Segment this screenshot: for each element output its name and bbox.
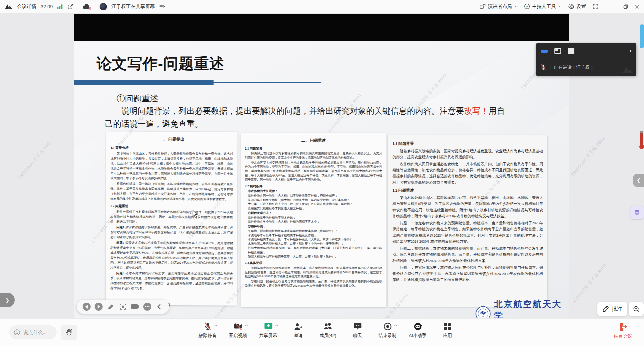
quick-chat-input[interactable]: 说点什么... bbox=[9, 325, 57, 339]
toolbar-button-share-screen[interactable]: 共享屏幕 bbox=[259, 321, 277, 339]
chevron-up-icon[interactable] bbox=[245, 324, 248, 327]
doc-block: 问题二：根据经验，农作物未来的预期销售量、亩产量、种植成本与销售价格均会发生波动… bbox=[392, 245, 543, 264]
doc-block: 智慧大棚每年都可种植两季蔬菜（大白菜、白萝卜和红萝卜除外）。 bbox=[245, 255, 382, 259]
document-page-3: 1.1 问题背景随着乡村振兴战略的实施，国家对提高乡村经济越发重视。农业经济作为… bbox=[388, 135, 547, 307]
leave-meeting-icon bbox=[618, 322, 628, 332]
document-page-2: 二、 问题重述2.1 问题背景解决好三农问题不仅对乡村经济的可持续发展具有重要的… bbox=[241, 133, 386, 307]
toolbar-button-label: AI小助手 bbox=[409, 333, 426, 339]
chevron-up-icon[interactable] bbox=[214, 324, 218, 327]
scrollbar-thumb[interactable] bbox=[640, 24, 644, 48]
doc-block: ①根据假定的农作物预期销售、种植成本、亩产量和销售价格，如果某种作物每季的总产量… bbox=[245, 266, 382, 279]
collapse-toolbar-icon[interactable] bbox=[155, 302, 164, 311]
toolbar-button-label: 结束录制 bbox=[378, 333, 396, 339]
university-logo: 北京航空航天大学 B E I H A N G U N I V E R S I T… bbox=[475, 298, 569, 318]
meeting-details-button[interactable]: 会议详情 bbox=[17, 3, 36, 10]
mic-muted-icon bbox=[540, 64, 547, 71]
right-edge-expand-tab[interactable]: ❮ bbox=[633, 174, 644, 187]
mic-muted-icon bbox=[203, 321, 212, 331]
toolbar-button-apps[interactable]: 应用 bbox=[439, 321, 456, 339]
main-toolbar: 解除静音开启视频共享屏幕邀请成员(42)聊天结束录制AI小助手应用 bbox=[199, 321, 456, 339]
toolbar-button-chat[interactable]: 聊天 bbox=[349, 321, 366, 339]
pen-tool-icon[interactable] bbox=[107, 302, 115, 311]
slide-letterbox bbox=[74, 14, 569, 41]
list-view-icon[interactable] bbox=[567, 48, 575, 54]
doc-block: 平旱地、梯田和山坡地每年适宜单季种植粮食类作物（水稻除外）； bbox=[245, 229, 382, 233]
watermark-text: 23091026 车子温 9061 bbox=[570, 135, 606, 177]
toolbar-button-label: 共享屏幕 bbox=[259, 333, 277, 339]
doc-block: 从2023年开始每个地块（含大棚）的所有土地三年内至少种植一次豆类作物； bbox=[245, 198, 382, 202]
document-page-1: 一、 问题提出1.1 背景分析某乡村位于华北山区，气候条件较好，大部分耕地仅适合… bbox=[106, 131, 238, 305]
network-signal-icon[interactable] bbox=[57, 4, 63, 9]
doc-block: 大白菜、白萝卜和红萝卜中的一种（便于管理）且只能在水浇地的第二季种植； bbox=[245, 202, 382, 206]
doc-block: 附件一提供了乡村现有耕地及可种植农作物的详细信息，附件二则提供了2023年该地农… bbox=[110, 209, 233, 225]
settings-button[interactable]: 设置 bbox=[568, 3, 586, 10]
meeting-timer: 32:09 bbox=[41, 4, 53, 9]
annotate-label: 批注 bbox=[612, 306, 622, 313]
sharer-avatar[interactable] bbox=[100, 3, 107, 10]
toolbar-button-ai-assistant[interactable]: AI小助手 bbox=[409, 321, 426, 339]
slide-section-heading: ①问题重述 bbox=[117, 93, 158, 104]
bottom-control-bar: 说点什么... 解除静音开启视频共享屏幕邀请成员(42)聊天结束录制AI小助手应… bbox=[0, 318, 644, 346]
toolbar-button-members[interactable]: 成员(42) bbox=[319, 321, 336, 339]
doc-block: 普通大棚每年种植两季作物，第一季可种植多种蔬菜（大白菜、白萝卜和红萝卜除外），第… bbox=[245, 246, 382, 255]
chevron-up-icon[interactable] bbox=[275, 324, 279, 327]
toolbar-button-invite[interactable]: 邀请 bbox=[290, 321, 307, 339]
cloud-record-icon[interactable] bbox=[83, 4, 91, 9]
toolbar-button-label: 成员(42) bbox=[319, 333, 336, 339]
toolbar-button-camera-off[interactable]: 开启视频 bbox=[229, 321, 247, 339]
doc-block: 水浇地种植两季蔬菜，第一季可种植多种蔬菜（大白菜、白萝卜和红萝卜除外）； bbox=[245, 237, 382, 242]
divider bbox=[95, 4, 95, 9]
doc-block: 二、 问题重述 bbox=[245, 138, 382, 144]
speaker-panel-controls bbox=[536, 43, 636, 59]
invite-icon bbox=[294, 321, 303, 331]
minimize-button[interactable] bbox=[612, 4, 617, 9]
doc-block: 每种作物在同一地块（含大棚）都不能连续重茬种植，否则会减产； bbox=[245, 194, 382, 198]
doc-block: ②在问题一的基础上综合考虑农作物预期销售量、亩产量、种植成本以及销售价格的的不确… bbox=[245, 279, 382, 288]
camera-capture-icon[interactable] bbox=[131, 302, 139, 311]
raise-hand-button[interactable] bbox=[61, 325, 77, 340]
doc-block: 华北山区某乡村受环境限制，当地农民采取单季种植的模式从事农业生产活动。现有耕地1… bbox=[245, 161, 382, 182]
app-logo-icon[interactable] bbox=[5, 4, 13, 10]
chat-icon bbox=[353, 321, 362, 331]
host-tools-button[interactable]: 主持人工具▼ bbox=[524, 3, 561, 10]
fullscreen-icon[interactable] bbox=[593, 4, 598, 9]
prev-slide-button[interactable] bbox=[82, 302, 91, 311]
divider bbox=[78, 4, 78, 9]
close-button[interactable] bbox=[635, 4, 639, 9]
chevron-down-icon: ▼ bbox=[558, 5, 561, 8]
end-meeting-button[interactable]: 结束会议 bbox=[614, 322, 632, 339]
thumbnail-view-icon[interactable] bbox=[554, 48, 561, 54]
speaker-status-row: 正在讲话：汪子权； bbox=[536, 59, 636, 75]
doc-block: 问题3 考虑不同作物间因市场需求、生长特性等因素而呈现出相互替代或互补的关系，以… bbox=[110, 271, 233, 291]
toolbar-button-mic-muted[interactable]: 解除静音 bbox=[199, 321, 217, 339]
camera-off-icon bbox=[233, 321, 243, 331]
divider bbox=[605, 4, 605, 9]
pop-out-icon[interactable] bbox=[67, 3, 74, 10]
laser-pointer-icon[interactable] bbox=[119, 302, 127, 311]
next-slide-button[interactable] bbox=[94, 302, 103, 311]
watermark-text: 23091026 车子温 9061 bbox=[571, 262, 608, 304]
doc-block: 随着乡村振兴战略的实施，国家对提高乡村经济越发重视。农业经济作为乡村经济最基础的… bbox=[392, 148, 543, 160]
zoom-in-button[interactable] bbox=[629, 302, 644, 316]
speaker-panel: 正在讲话：汪子权； bbox=[536, 43, 636, 76]
doc-block: 根据自然规律，同一地块（含大棚）不能连续种植相同作物，以防止重茬导致产量降低。此… bbox=[110, 182, 233, 202]
sharing-options-icon[interactable] bbox=[159, 4, 165, 9]
chevron-up-icon[interactable] bbox=[394, 324, 397, 327]
notes-float-button[interactable] bbox=[630, 206, 644, 219]
restore-button[interactable] bbox=[623, 4, 628, 9]
more-options-button[interactable] bbox=[143, 302, 152, 311]
doc-block: ②耕种管理方式： bbox=[245, 211, 382, 215]
beihang-seal-icon bbox=[475, 306, 491, 319]
divider bbox=[550, 64, 550, 70]
watermark-text: 23091026 车子温 9061 bbox=[17, 139, 53, 181]
collapse-panel-icon[interactable] bbox=[624, 48, 632, 54]
minimize-panel-button[interactable] bbox=[541, 50, 548, 53]
annotate-button[interactable]: 批注 bbox=[597, 302, 627, 316]
left-edge-expand-tab[interactable]: ❯ bbox=[0, 293, 15, 307]
toolbar-button-record-stop[interactable]: 结束录制 bbox=[378, 321, 396, 339]
university-name-cn: 北京航空航天大学 bbox=[494, 298, 569, 318]
layout-button[interactable]: 演讲者布局▼ bbox=[479, 3, 517, 10]
ai-assistant-icon bbox=[413, 321, 422, 331]
toolbar-button-label: 聊天 bbox=[353, 333, 362, 339]
toolbar-button-label: 应用 bbox=[443, 333, 452, 339]
